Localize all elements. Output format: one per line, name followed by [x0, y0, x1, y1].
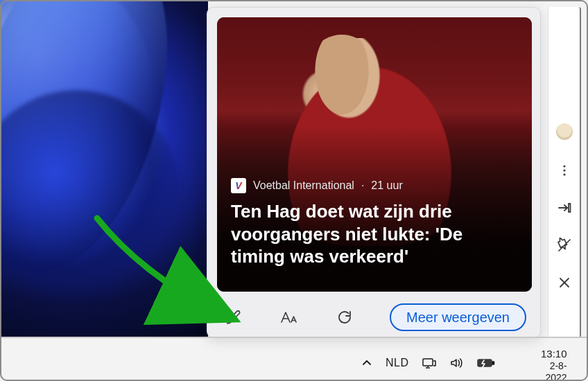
clock-date: 2-8-2022 [541, 360, 567, 381]
svg-rect-7 [423, 359, 433, 366]
pencil-icon [225, 309, 242, 326]
svg-rect-8 [478, 360, 492, 366]
svg-point-2 [563, 173, 565, 175]
news-headline: Ten Hag doet wat zijn drie voorgangers n… [231, 200, 518, 268]
unpin-button[interactable] [555, 236, 574, 255]
meta-separator: · [361, 179, 364, 192]
avatar-icon[interactable] [556, 123, 573, 140]
close-button[interactable] [555, 273, 574, 292]
source-favicon: V [231, 178, 246, 193]
text-size-button[interactable] [277, 305, 302, 330]
unpin-icon [557, 238, 572, 253]
svg-rect-3 [569, 204, 571, 212]
show-hidden-icons-button[interactable] [361, 357, 373, 369]
dock-in-icon [557, 201, 572, 215]
volume-button[interactable] [449, 357, 465, 369]
language-indicator[interactable]: NLD [386, 357, 409, 369]
svg-point-1 [563, 169, 565, 171]
edit-widget-button[interactable] [221, 305, 246, 330]
more-options-button[interactable] [555, 161, 574, 180]
news-card-meta: V Voetbal International · 21 uur [231, 178, 518, 193]
svg-point-0 [563, 165, 565, 167]
desktop-wallpaper [0, 0, 208, 337]
taskbar-divider [0, 337, 588, 338]
text-size-icon [279, 309, 299, 326]
network-icon [422, 357, 437, 369]
system-tray: NLD 13:10 2-8-2022 [361, 349, 495, 377]
side-column [548, 7, 581, 338]
kebab-icon [557, 163, 571, 177]
chevron-up-icon [361, 357, 373, 369]
news-age: 21 uur [371, 179, 402, 192]
news-card[interactable]: V Voetbal International · 21 uur Ten Hag… [217, 17, 532, 292]
volume-icon [449, 357, 465, 369]
battery-button[interactable] [477, 357, 495, 369]
source-name: Voetbal International [253, 179, 354, 192]
show-more-button[interactable]: Meer weergeven [390, 303, 526, 331]
dock-in-button[interactable] [555, 198, 574, 218]
widget-toolbar: Meer weergeven [207, 297, 540, 337]
battery-charging-icon [477, 357, 495, 369]
clock[interactable]: 13:10 2-8-2022 [541, 348, 567, 381]
svg-rect-9 [492, 362, 494, 364]
network-button[interactable] [422, 357, 437, 369]
refresh-button[interactable] [332, 305, 357, 330]
close-icon [557, 276, 571, 290]
refresh-icon [336, 309, 353, 326]
news-widget-panel: V Voetbal International · 21 uur Ten Hag… [207, 7, 541, 338]
clock-time: 13:10 [541, 348, 567, 360]
